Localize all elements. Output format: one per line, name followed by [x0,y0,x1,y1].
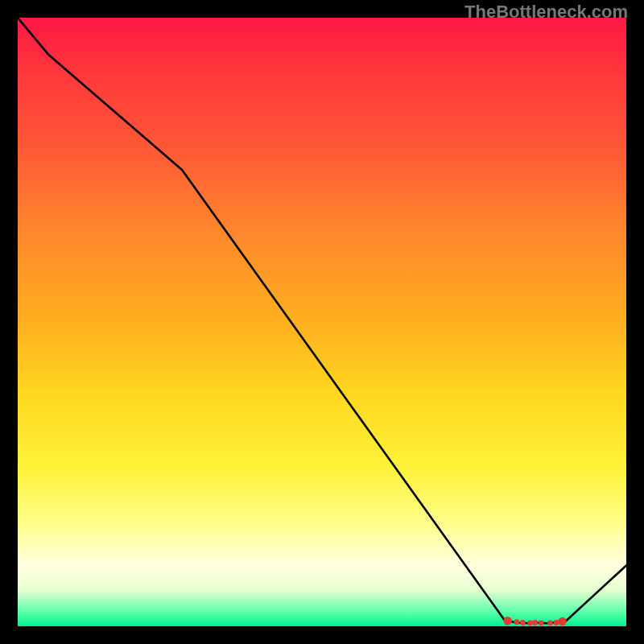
marker-point [539,620,544,625]
chart-container: TheBottleneck.com [0,0,644,644]
marker-point [520,620,526,625]
marker-point [503,617,511,625]
marker-point [547,620,553,625]
marker-point [514,619,520,625]
plot-area [18,18,626,626]
marker-point [558,617,566,625]
chart-svg [18,18,626,626]
chart-line [18,18,626,623]
marker-point [527,620,533,625]
marker-point [532,620,538,625]
